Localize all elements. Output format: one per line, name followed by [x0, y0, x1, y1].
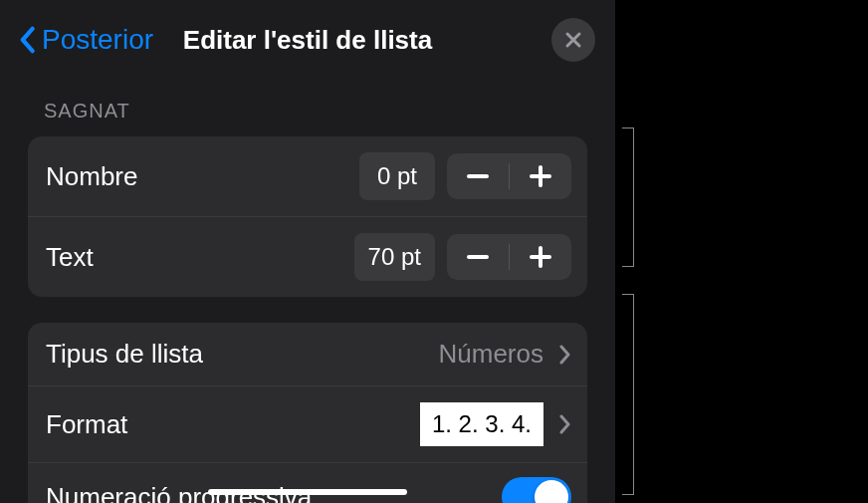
list-type-label: Tipus de llista	[46, 339, 203, 370]
plus-icon	[530, 165, 551, 187]
minus-icon	[467, 174, 489, 178]
progressive-numbering-row: Numeració progressiva	[28, 463, 587, 503]
indent-number-row: Nombre 0 pt	[28, 136, 587, 217]
chevron-right-icon	[559, 414, 571, 434]
indent-text-increment[interactable]	[510, 234, 571, 280]
callout-bracket-list	[622, 294, 634, 495]
indent-text-label: Text	[46, 242, 94, 273]
indent-section-label: SAGNAT	[0, 86, 615, 132]
indent-number-stepper	[447, 153, 571, 199]
callout-bracket-indent	[622, 127, 634, 267]
progressive-numbering-toggle[interactable]	[502, 477, 571, 503]
format-preview: 1. 2. 3. 4.	[420, 402, 543, 446]
panel-title: Editar l'estil de llista	[183, 25, 432, 56]
svg-rect-0	[467, 174, 489, 178]
home-indicator[interactable]	[208, 489, 407, 495]
list-type-right: Números	[439, 339, 571, 370]
svg-rect-5	[530, 255, 551, 259]
indent-text-value[interactable]: 70 pt	[354, 233, 435, 281]
back-label: Posterior	[42, 24, 153, 56]
indent-number-controls: 0 pt	[359, 152, 571, 200]
close-button[interactable]	[551, 18, 595, 62]
indent-text-row: Text 70 pt	[28, 217, 587, 297]
panel-header: Posterior Editar l'estil de llista	[0, 0, 615, 86]
list-type-value: Números	[439, 339, 543, 370]
indent-number-value[interactable]: 0 pt	[359, 152, 435, 200]
indent-text-decrement[interactable]	[447, 234, 509, 280]
svg-rect-3	[467, 255, 489, 259]
indent-text-stepper	[447, 234, 571, 280]
close-icon	[563, 30, 583, 50]
indent-group: Nombre 0 pt Text 70 pt	[28, 136, 587, 297]
list-type-row[interactable]: Tipus de llista Números	[28, 323, 587, 386]
chevron-left-icon	[18, 26, 36, 54]
minus-icon	[467, 255, 489, 259]
list-settings-group: Tipus de llista Números Format 1. 2. 3. …	[28, 323, 587, 503]
toggle-knob	[535, 480, 568, 503]
format-label: Format	[46, 409, 127, 440]
indent-number-increment[interactable]	[510, 153, 571, 199]
indent-text-controls: 70 pt	[354, 233, 571, 281]
list-style-panel: Posterior Editar l'estil de llista SAGNA…	[0, 0, 615, 503]
format-row[interactable]: Format 1. 2. 3. 4.	[28, 386, 587, 463]
indent-number-decrement[interactable]	[447, 153, 509, 199]
indent-number-label: Nombre	[46, 161, 137, 192]
back-button[interactable]: Posterior	[18, 24, 153, 56]
svg-rect-2	[530, 174, 551, 178]
format-right: 1. 2. 3. 4.	[420, 402, 571, 446]
plus-icon	[530, 246, 551, 268]
chevron-right-icon	[559, 345, 571, 365]
